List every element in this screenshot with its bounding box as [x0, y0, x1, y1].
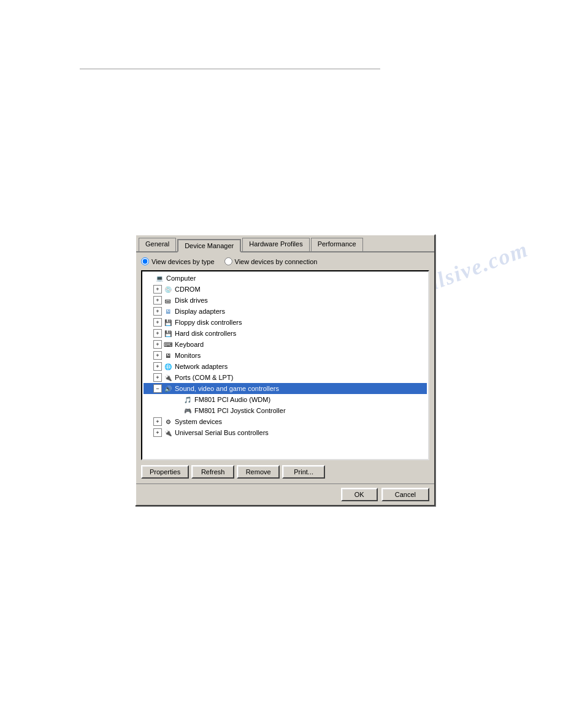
- device-tree[interactable]: 💻 Computer + 💿 CDROM + 🖴 Disk drives: [141, 270, 429, 460]
- expand-usb[interactable]: +: [153, 428, 162, 437]
- tree-item-network[interactable]: + 🌐 Network adapters: [144, 361, 427, 372]
- label-display-adapters: Display adapters: [175, 308, 225, 315]
- ok-cancel-row: OK Cancel: [136, 483, 434, 505]
- refresh-button[interactable]: Refresh: [191, 465, 234, 479]
- tree-item-floppy[interactable]: + 💾 Floppy disk controllers: [144, 317, 427, 328]
- label-disk-drives: Disk drives: [175, 297, 208, 304]
- expand-display-adapters[interactable]: +: [153, 307, 162, 316]
- view-by-type-option[interactable]: View devices by type: [141, 257, 215, 265]
- tab-device-manager[interactable]: Device Manager: [177, 239, 241, 252]
- tree-item-system[interactable]: + ⚙ System devices: [144, 416, 427, 427]
- placeholder-fm801-joystick: [173, 406, 182, 415]
- expand-sound[interactable]: −: [153, 384, 162, 393]
- tree-item-disk-drives[interactable]: + 🖴 Disk drives: [144, 295, 427, 306]
- icon-usb: 🔌: [163, 428, 173, 438]
- tab-bar: General Device Manager Hardware Profiles…: [136, 235, 434, 252]
- tree-item-fm801-audio[interactable]: 🎵 FM801 PCI Audio (WDM): [144, 394, 427, 405]
- ok-button[interactable]: OK: [341, 488, 378, 501]
- expand-keyboard[interactable]: +: [153, 340, 162, 349]
- tree-item-cdrom[interactable]: + 💿 CDROM: [144, 284, 427, 295]
- icon-monitors: 🖥: [163, 351, 173, 360]
- tab-performance[interactable]: Performance: [311, 238, 363, 251]
- expand-disk-drives[interactable]: +: [153, 296, 162, 305]
- label-computer: Computer: [166, 275, 196, 282]
- label-fm801-joystick: FM801 PCI Joystick Controller: [194, 407, 286, 414]
- label-keyboard: Keyboard: [175, 341, 204, 348]
- tree-item-computer[interactable]: 💻 Computer: [144, 273, 427, 284]
- tab-general[interactable]: General: [139, 238, 176, 251]
- icon-system: ⚙: [163, 417, 173, 427]
- label-sound: Sound, video and game controllers: [175, 385, 279, 392]
- cancel-button[interactable]: Cancel: [381, 488, 429, 501]
- label-monitors: Monitors: [175, 352, 201, 359]
- tree-item-ports[interactable]: + 🔌 Ports (COM & LPT): [144, 372, 427, 383]
- icon-keyboard: ⌨: [163, 339, 173, 349]
- icon-floppy: 💾: [163, 317, 173, 327]
- icon-fm801-joystick: 🎮: [183, 406, 193, 415]
- icon-sound: 🔊: [163, 384, 173, 393]
- icon-fm801-audio: 🎵: [183, 395, 193, 404]
- icon-disk-drives: 🖴: [163, 295, 173, 305]
- tree-item-keyboard[interactable]: + ⌨ Keyboard: [144, 339, 427, 350]
- icon-network: 🌐: [163, 362, 173, 371]
- tree-item-harddisk[interactable]: + 💾 Hard disk controllers: [144, 328, 427, 339]
- placeholder-fm801-audio: [173, 395, 182, 404]
- icon-harddisk: 💾: [163, 328, 173, 338]
- tree-item-display-adapters[interactable]: + 🖥 Display adapters: [144, 306, 427, 317]
- print-button[interactable]: Print...: [282, 465, 325, 479]
- label-system: System devices: [175, 418, 222, 425]
- icon-cdrom: 💿: [163, 284, 173, 294]
- dialog-body: View devices by type View devices by con…: [136, 252, 434, 483]
- icon-ports: 🔌: [163, 373, 173, 382]
- tab-hardware-profiles[interactable]: Hardware Profiles: [242, 238, 309, 251]
- expand-floppy[interactable]: +: [153, 318, 162, 327]
- label-harddisk: Hard disk controllers: [175, 330, 236, 337]
- label-floppy: Floppy disk controllers: [175, 319, 242, 326]
- expand-network[interactable]: +: [153, 362, 162, 371]
- label-usb: Universal Serial Bus controllers: [175, 429, 269, 436]
- tree-item-sound[interactable]: − 🔊 Sound, video and game controllers: [144, 383, 427, 394]
- remove-button[interactable]: Remove: [237, 465, 280, 479]
- label-network: Network adapters: [175, 363, 228, 370]
- icon-display-adapters: 🖥: [163, 306, 173, 316]
- tree-item-monitors[interactable]: + 🖥 Monitors: [144, 350, 427, 361]
- expand-cdrom[interactable]: +: [153, 285, 162, 294]
- view-by-connection-option[interactable]: View devices by connection: [224, 257, 318, 265]
- view-by-connection-radio[interactable]: [224, 257, 232, 265]
- page: manualsive.com General Device Manager Ha…: [0, 0, 563, 728]
- system-properties-dialog: General Device Manager Hardware Profiles…: [135, 234, 435, 506]
- label-fm801-audio: FM801 PCI Audio (WDM): [194, 396, 270, 403]
- icon-computer: 💻: [155, 273, 164, 283]
- expand-harddisk[interactable]: +: [153, 329, 162, 338]
- action-button-row: Properties Refresh Remove Print...: [141, 465, 429, 479]
- tree-item-fm801-joystick[interactable]: 🎮 FM801 PCI Joystick Controller: [144, 405, 427, 416]
- expand-system[interactable]: +: [153, 417, 162, 426]
- properties-button[interactable]: Properties: [141, 465, 189, 479]
- tree-item-usb[interactable]: + 🔌 Universal Serial Bus controllers: [144, 427, 427, 438]
- view-by-type-label: View devices by type: [151, 258, 215, 265]
- placeholder-computer: [145, 274, 153, 282]
- top-divider: [80, 69, 380, 69]
- view-options-group: View devices by type View devices by con…: [141, 257, 429, 265]
- expand-ports[interactable]: +: [153, 373, 162, 382]
- view-by-type-radio[interactable]: [141, 257, 149, 265]
- label-cdrom: CDROM: [175, 286, 201, 293]
- view-by-connection-label: View devices by connection: [235, 258, 318, 265]
- expand-monitors[interactable]: +: [153, 351, 162, 360]
- label-ports: Ports (COM & LPT): [175, 374, 233, 381]
